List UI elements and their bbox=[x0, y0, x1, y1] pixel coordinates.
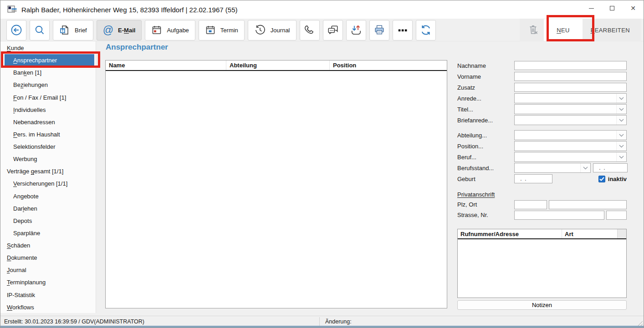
anrede-dropdown[interactable] bbox=[514, 93, 627, 103]
titel-dropdown[interactable] bbox=[514, 104, 627, 114]
chevron-down-icon[interactable] bbox=[616, 141, 626, 151]
contacts-table-body[interactable] bbox=[106, 71, 447, 308]
sidebar-item-workflows[interactable]: Workflows bbox=[5, 301, 94, 313]
letter-button[interactable]: TBrief bbox=[53, 20, 93, 40]
edit-button[interactable]: BEARBEITEN bbox=[583, 19, 638, 41]
new-button[interactable]: NEU bbox=[544, 19, 582, 41]
chevron-down-icon[interactable] bbox=[616, 131, 626, 140]
sidebar-item-journal[interactable]: Journal bbox=[5, 264, 94, 276]
abteilung-dropdown[interactable] bbox=[514, 130, 627, 140]
sidebar-item-darlehen[interactable]: Darlehen bbox=[5, 202, 94, 215]
sidebar-item-terminplanung[interactable]: Terminplanung bbox=[5, 276, 94, 288]
sidebar-item-label: IP-Statistik bbox=[7, 292, 35, 298]
plz-ort-input-2[interactable] bbox=[549, 200, 627, 209]
refresh-button[interactable] bbox=[416, 20, 436, 40]
strasse-nr-label: Strasse, Nr. bbox=[457, 212, 514, 218]
nachname-input[interactable] bbox=[514, 61, 627, 70]
maximize-button[interactable] bbox=[602, 0, 623, 16]
minimize-button[interactable] bbox=[581, 0, 602, 16]
beruf-dropdown[interactable] bbox=[514, 152, 627, 162]
contacts-column-abteilung[interactable]: Abteilung bbox=[226, 61, 329, 70]
more-button[interactable] bbox=[393, 20, 413, 40]
sidebar-item-pers-im-haushalt[interactable]: Pers. im Haushalt bbox=[5, 128, 94, 141]
beruf-label[interactable]: Beruf... bbox=[457, 154, 514, 161]
notes-button[interactable]: Notizen bbox=[457, 300, 627, 310]
sidebar-item-schäden[interactable]: Schäden bbox=[5, 239, 94, 252]
print-button[interactable] bbox=[369, 20, 389, 40]
email-button-label: E-Mail bbox=[118, 27, 135, 34]
sidebar-item-ip-statistik[interactable]: IP-Statistik bbox=[5, 289, 94, 301]
sidebar-item-nebenadressen[interactable]: Nebenadressen bbox=[5, 116, 94, 128]
journal-button[interactable]: Journal bbox=[248, 20, 296, 40]
phone-column-art[interactable]: Art bbox=[562, 229, 617, 238]
back-button[interactable] bbox=[6, 20, 26, 40]
contacts-table[interactable]: NameAbteilungPosition bbox=[105, 60, 447, 308]
sidebar-item-werbung[interactable]: Werbung bbox=[5, 153, 94, 165]
chevron-down-icon[interactable] bbox=[616, 94, 626, 103]
sidebar-item-label: Dokumente bbox=[7, 254, 37, 261]
import-export-button[interactable] bbox=[346, 20, 366, 40]
close-button[interactable]: ✕ bbox=[623, 0, 644, 16]
phone-button[interactable] bbox=[300, 20, 320, 40]
sidebar-item-ansprechpartner[interactable]: Ansprechpartner bbox=[5, 54, 94, 66]
phone-table[interactable]: Rufnummer/AdresseArt bbox=[457, 229, 627, 298]
toolbar-left-group: TBrief@E-MailAufgabeTerminJournal bbox=[6, 20, 436, 40]
zusatz-input[interactable] bbox=[514, 83, 627, 92]
chevron-down-icon[interactable] bbox=[616, 116, 626, 125]
sidebar-item-depots[interactable]: Depots bbox=[5, 215, 94, 227]
sidebar-item-individuelles[interactable]: Individuelles bbox=[5, 104, 94, 116]
search-button[interactable] bbox=[30, 20, 50, 40]
position-dropdown[interactable] bbox=[514, 141, 627, 151]
geburt-date-input[interactable]: . . bbox=[514, 174, 552, 183]
sidebar-item-beziehungen[interactable]: Beziehungen bbox=[5, 79, 94, 91]
briefanrede-label[interactable]: Briefanrede... bbox=[457, 117, 514, 124]
sidebar-item-dokumente[interactable]: Dokumente bbox=[5, 252, 94, 264]
sidebar-item-sparpläne[interactable]: Sparpläne bbox=[5, 227, 94, 239]
contacts-column-position[interactable]: Position bbox=[329, 61, 447, 70]
appointment-button[interactable]: Termin bbox=[199, 20, 245, 40]
berufsstand-date-input[interactable]: . . bbox=[593, 163, 628, 172]
created-status-text: Erstellt: 30.01.2023 16:39:59 / GDV(ADMI… bbox=[4, 316, 144, 327]
delete-button[interactable] bbox=[522, 19, 544, 41]
phone-table-scrollbar-sliver bbox=[617, 229, 626, 238]
new-button-label: NEU bbox=[557, 27, 570, 34]
sidebar-item-fon-fax-email[interactable]: Fon / Fax / Email [1] bbox=[5, 91, 94, 104]
contacts-column-name[interactable]: Name bbox=[106, 61, 226, 70]
briefanrede-dropdown[interactable] bbox=[514, 115, 627, 125]
abteilung-label[interactable]: Abteilung... bbox=[457, 132, 514, 139]
chevron-down-icon[interactable] bbox=[580, 163, 590, 172]
phone-column-rufnummer-adresse[interactable]: Rufnummer/Adresse bbox=[458, 229, 562, 238]
sidebar-item-banken[interactable]: Banken [1] bbox=[5, 66, 94, 79]
sidebar-item-versicherungen[interactable]: Versicherungen [1/1] bbox=[5, 177, 94, 190]
strasse-nr-input-2[interactable] bbox=[606, 211, 627, 220]
sidebar-item-selektionsfelder[interactable]: Selektionsfelder bbox=[5, 141, 94, 153]
sidebar-item-verträge-gesamt[interactable]: Verträge gesamt [1/1] bbox=[5, 165, 94, 177]
close-icon: ✕ bbox=[630, 5, 636, 11]
checkbox-label: inaktiv bbox=[608, 176, 627, 182]
strasse-nr-input-1[interactable] bbox=[514, 211, 604, 220]
vorname-input[interactable] bbox=[514, 72, 627, 81]
chat-button[interactable] bbox=[323, 20, 343, 40]
sidebar-item-label: Pers. im Haushalt bbox=[13, 131, 60, 138]
titel-label[interactable]: Titel... bbox=[457, 106, 514, 113]
berufsstand-dropdown[interactable] bbox=[514, 163, 591, 173]
inaktiv-checkbox[interactable]: inaktiv bbox=[598, 176, 627, 182]
sidebar-item-label: Terminplanung bbox=[7, 279, 46, 286]
sidebar-item-angebote[interactable]: Angebote bbox=[5, 190, 94, 202]
task-button[interactable]: Aufgabe bbox=[145, 20, 195, 40]
berufsstand-label[interactable]: Berufsstand... bbox=[457, 165, 514, 172]
resize-grip-icon[interactable] bbox=[637, 320, 643, 326]
position-label[interactable]: Position... bbox=[457, 143, 514, 150]
printer-icon bbox=[373, 24, 385, 36]
minimize-icon bbox=[589, 8, 594, 9]
refresh-icon bbox=[420, 24, 432, 36]
sidebar-item-kunde[interactable]: Kunde bbox=[5, 42, 94, 54]
plz-ort-input-1[interactable] bbox=[514, 200, 547, 209]
chevron-down-icon[interactable] bbox=[616, 105, 626, 114]
sidebar-navigation: KundeAnsprechpartnerBanken [1]Beziehunge… bbox=[0, 41, 96, 313]
ellipsis-icon bbox=[397, 24, 409, 36]
chevron-down-icon[interactable] bbox=[616, 152, 626, 161]
import-export-icon bbox=[350, 24, 362, 36]
anrede-label[interactable]: Anrede... bbox=[457, 95, 514, 102]
email-button[interactable]: @E-Mail bbox=[97, 20, 142, 40]
